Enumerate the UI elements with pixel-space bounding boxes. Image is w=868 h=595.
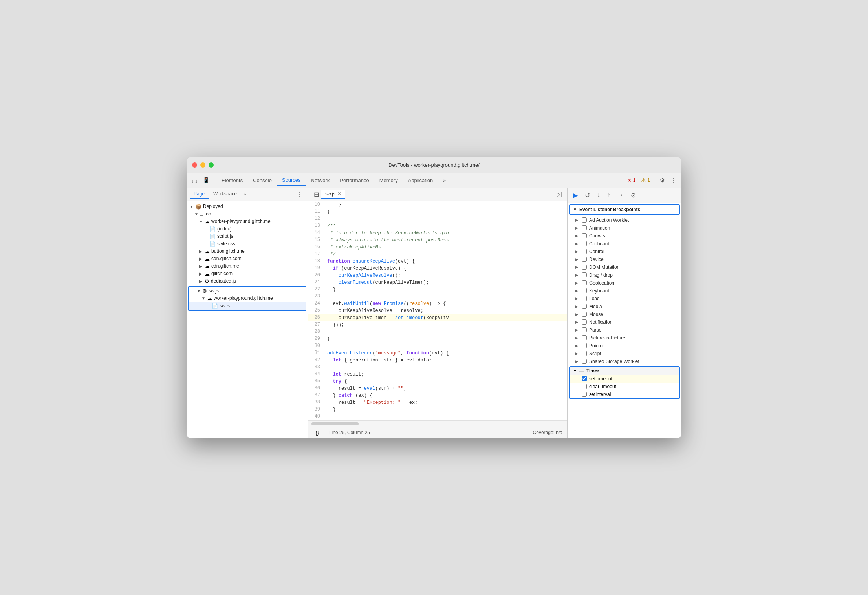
expand-panel-icon[interactable]: ▷| [555, 190, 564, 199]
horizontal-scrollbar[interactable] [308, 420, 567, 427]
inspect-icon[interactable]: ⬚ [190, 175, 200, 185]
tree-item-worker-playground[interactable]: ▼ ☁ worker-playground.glitch.me [187, 218, 308, 225]
tab-application[interactable]: Application [403, 175, 438, 186]
expand-icon-control: ▶ [575, 250, 579, 254]
bp-item-control[interactable]: ▶ Control [568, 248, 681, 256]
tree-item-glitch-com[interactable]: ▶ ☁ glitch.com [187, 270, 308, 277]
event-listener-breakpoints-header[interactable]: ▼ Event Listener Breakpoints [569, 204, 680, 215]
checkbox-canvas[interactable] [582, 233, 587, 238]
tree-item-dedicated-js[interactable]: ▶ ⚙ dedicated.js [187, 277, 308, 285]
tree-item-worker-playground-2[interactable]: ▼ ☁ worker-playground.glitch.me [189, 295, 306, 302]
checkbox-clipboard[interactable] [582, 241, 587, 246]
checkbox-mouse[interactable] [582, 312, 587, 317]
format-icon[interactable]: {} [313, 429, 321, 436]
bp-item-animation[interactable]: ▶ Animation [568, 224, 681, 232]
tab-sources[interactable]: Sources [277, 175, 306, 186]
more-tabs-button[interactable]: » [438, 175, 450, 186]
checkbox-ad-auction[interactable] [582, 217, 587, 223]
checkbox-drag-drop[interactable] [582, 272, 587, 277]
checkbox-device[interactable] [582, 257, 587, 262]
timer-header[interactable]: ▼ — Timer [570, 367, 679, 375]
bp-label-pointer: Pointer [589, 343, 604, 349]
step-over-button[interactable]: ↺ [582, 190, 592, 201]
timer-item-cleartimeout[interactable]: clearTimeout [570, 383, 679, 391]
bp-item-pip[interactable]: ▶ Picture-in-Picture [568, 334, 681, 342]
tree-item-sw-js-file[interactable]: ▶ 📄 sw.js [189, 302, 306, 310]
warning-badge[interactable]: ⚠ 1 [639, 176, 652, 184]
tab-console[interactable]: Console [248, 175, 277, 186]
tree-item-script-js[interactable]: ▶ 📄 script.js [187, 233, 308, 240]
bp-item-dom-mutation[interactable]: ▶ DOM Mutation [568, 263, 681, 271]
tree-item-index[interactable]: ▶ 📄 (index) [187, 225, 308, 233]
checkbox-notification[interactable] [582, 319, 587, 325]
bp-item-drag-drop[interactable]: ▶ Drag / drop [568, 271, 681, 279]
checkbox-setinterval[interactable] [582, 392, 587, 397]
deployed-label: Deployed [203, 204, 223, 209]
tree-item-cdn-glitch-me[interactable]: ▶ ☁ cdn.glitch.me [187, 263, 308, 270]
checkbox-pointer[interactable] [582, 343, 587, 348]
bp-item-load[interactable]: ▶ Load [568, 295, 681, 303]
error-badge[interactable]: ✕ 1 [625, 176, 638, 184]
checkbox-shared-storage[interactable] [582, 359, 587, 364]
bp-item-script[interactable]: ▶ Script [568, 350, 681, 358]
expand-icon-notification: ▶ [575, 320, 579, 324]
bp-item-device[interactable]: ▶ Device [568, 256, 681, 263]
timer-item-settimeout[interactable]: setTimeout [570, 375, 679, 383]
close-button[interactable] [192, 162, 197, 168]
checkbox-animation[interactable] [582, 225, 587, 230]
tree-item-cdn-glitch-com[interactable]: ▶ ☁ cdn.glitch.com [187, 255, 308, 263]
timer-item-setinterval[interactable]: setInterval [570, 391, 679, 398]
settings-icon[interactable]: ⚙ [657, 175, 667, 185]
checkbox-control[interactable] [582, 249, 587, 254]
coverage-status: Coverage: n/a [533, 430, 562, 435]
checkbox-geolocation[interactable] [582, 280, 587, 285]
bp-item-geolocation[interactable]: ▶ Geolocation [568, 279, 681, 287]
close-tab-icon[interactable]: ✕ [337, 191, 341, 197]
sidebar-toggle[interactable]: ⊟ [311, 189, 321, 200]
tree-item-top[interactable]: ▼ □ top [187, 210, 308, 218]
checkbox-parse[interactable] [582, 327, 587, 332]
scrollbar-thumb[interactable] [311, 422, 359, 425]
checkbox-script[interactable] [582, 351, 587, 356]
bp-item-pointer[interactable]: ▶ Pointer [568, 342, 681, 350]
bp-item-mouse[interactable]: ▶ Mouse [568, 310, 681, 318]
tree-item-sw-js[interactable]: ▼ ⚙ sw.js [189, 287, 306, 295]
tab-memory[interactable]: Memory [375, 175, 403, 186]
bp-item-keyboard[interactable]: ▶ Keyboard [568, 287, 681, 295]
more-panel-tabs[interactable]: » [242, 190, 249, 198]
bp-item-parse[interactable]: ▶ Parse [568, 326, 681, 334]
tab-network[interactable]: Network [306, 175, 335, 186]
resume-button[interactable]: ▶ [571, 190, 580, 201]
tab-elements[interactable]: Elements [217, 175, 247, 186]
tab-performance[interactable]: Performance [335, 175, 374, 186]
checkbox-settimeout[interactable] [582, 376, 587, 381]
minimize-button[interactable] [200, 162, 205, 168]
bp-item-shared-storage[interactable]: ▶ Shared Storage Worklet [568, 358, 681, 365]
code-area[interactable]: 10 } 11 } 12 13 /* [308, 201, 567, 420]
bp-item-ad-auction[interactable]: ▶ Ad Auction Worklet [568, 216, 681, 224]
fullscreen-button[interactable] [209, 162, 214, 168]
panel-options[interactable]: ⋮ [294, 190, 305, 199]
step-button[interactable]: → [615, 190, 626, 200]
checkbox-pip[interactable] [582, 335, 587, 340]
tree-item-button-glitch[interactable]: ▶ ☁ button.glitch.me [187, 248, 308, 255]
tab-page[interactable]: Page [190, 190, 209, 199]
bp-item-notification[interactable]: ▶ Notification [568, 318, 681, 326]
checkbox-media[interactable] [582, 304, 587, 309]
more-options-icon[interactable]: ⋮ [668, 175, 678, 185]
checkbox-keyboard[interactable] [582, 288, 587, 293]
tree-item-style-css[interactable]: ▶ 📄 style.css [187, 240, 308, 248]
deactivate-breakpoints-button[interactable]: ⊘ [628, 190, 638, 201]
bp-item-clipboard[interactable]: ▶ Clipboard [568, 240, 681, 248]
device-icon[interactable]: 📱 [200, 175, 212, 185]
bp-item-canvas[interactable]: ▶ Canvas [568, 232, 681, 240]
bp-item-media[interactable]: ▶ Media [568, 303, 681, 310]
tab-workspace[interactable]: Workspace [209, 190, 241, 199]
step-into-button[interactable]: ↓ [595, 190, 602, 200]
code-file-tab-sw[interactable]: sw.js ✕ [321, 190, 345, 199]
step-out-button[interactable]: ↑ [605, 190, 613, 200]
checkbox-load[interactable] [582, 296, 587, 301]
checkbox-dom-mutation[interactable] [582, 265, 587, 270]
tree-item-deployed[interactable]: ▼ 📦 Deployed [187, 203, 308, 210]
checkbox-cleartimeout[interactable] [582, 384, 587, 389]
